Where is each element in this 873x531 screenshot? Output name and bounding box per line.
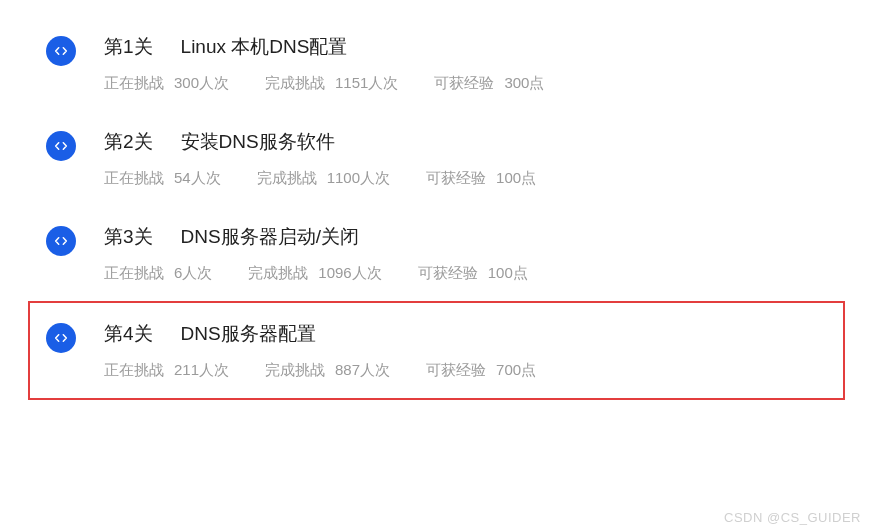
stat-in-progress: 正在挑战6人次 [104, 264, 212, 283]
stat-value: 100点 [488, 264, 528, 283]
stat-completed: 完成挑战887人次 [265, 361, 390, 380]
challenge-title: Linux 本机DNS配置 [181, 34, 348, 60]
stats-row: 正在挑战300人次完成挑战1151人次可获经验300点 [104, 74, 833, 93]
challenge-content: 第1关Linux 本机DNS配置正在挑战300人次完成挑战1151人次可获经验3… [104, 34, 833, 93]
stat-value: 300点 [504, 74, 544, 93]
stat-value: 211人次 [174, 361, 229, 380]
stat-value: 1151人次 [335, 74, 398, 93]
stat-value: 887人次 [335, 361, 390, 380]
stat-in-progress: 正在挑战300人次 [104, 74, 229, 93]
stat-label: 正在挑战 [104, 361, 164, 380]
stat-completed: 完成挑战1151人次 [265, 74, 398, 93]
stat-experience: 可获经验700点 [426, 361, 536, 380]
challenge-content: 第4关DNS服务器配置正在挑战211人次完成挑战887人次可获经验700点 [104, 321, 831, 380]
stat-completed: 完成挑战1096人次 [248, 264, 381, 283]
level-label: 第4关 [104, 321, 153, 347]
title-row: 第1关Linux 本机DNS配置 [104, 34, 833, 60]
stat-in-progress: 正在挑战54人次 [104, 169, 221, 188]
code-icon [46, 36, 76, 66]
stat-experience: 可获经验100点 [418, 264, 528, 283]
stat-label: 可获经验 [418, 264, 478, 283]
stat-label: 可获经验 [426, 361, 486, 380]
stat-label: 正在挑战 [104, 74, 164, 93]
stat-label: 正在挑战 [104, 264, 164, 283]
stat-value: 1100人次 [327, 169, 390, 188]
level-label: 第2关 [104, 129, 153, 155]
challenge-item[interactable]: 第2关安装DNS服务软件正在挑战54人次完成挑战1100人次可获经验100点 [0, 111, 873, 206]
watermark: CSDN @CS_GUIDER [724, 510, 861, 525]
stat-label: 完成挑战 [265, 361, 325, 380]
stat-value: 300人次 [174, 74, 229, 93]
challenge-title: DNS服务器配置 [181, 321, 316, 347]
stat-label: 完成挑战 [248, 264, 308, 283]
stats-row: 正在挑战54人次完成挑战1100人次可获经验100点 [104, 169, 833, 188]
code-icon [46, 131, 76, 161]
stat-in-progress: 正在挑战211人次 [104, 361, 229, 380]
title-row: 第3关DNS服务器启动/关闭 [104, 224, 833, 250]
challenge-item[interactable]: 第3关DNS服务器启动/关闭正在挑战6人次完成挑战1096人次可获经验100点 [0, 206, 873, 301]
stat-value: 100点 [496, 169, 536, 188]
stat-experience: 可获经验300点 [434, 74, 544, 93]
challenge-content: 第3关DNS服务器启动/关闭正在挑战6人次完成挑战1096人次可获经验100点 [104, 224, 833, 283]
code-icon [46, 323, 76, 353]
stat-label: 可获经验 [426, 169, 486, 188]
stats-row: 正在挑战211人次完成挑战887人次可获经验700点 [104, 361, 831, 380]
stat-experience: 可获经验100点 [426, 169, 536, 188]
challenge-item[interactable]: 第1关Linux 本机DNS配置正在挑战300人次完成挑战1151人次可获经验3… [0, 16, 873, 111]
stat-value: 6人次 [174, 264, 212, 283]
level-label: 第1关 [104, 34, 153, 60]
stat-label: 完成挑战 [257, 169, 317, 188]
stat-completed: 完成挑战1100人次 [257, 169, 390, 188]
level-label: 第3关 [104, 224, 153, 250]
stat-label: 正在挑战 [104, 169, 164, 188]
title-row: 第2关安装DNS服务软件 [104, 129, 833, 155]
challenge-list: 第1关Linux 本机DNS配置正在挑战300人次完成挑战1151人次可获经验3… [0, 0, 873, 400]
challenge-title: DNS服务器启动/关闭 [181, 224, 359, 250]
title-row: 第4关DNS服务器配置 [104, 321, 831, 347]
stat-value: 54人次 [174, 169, 221, 188]
stats-row: 正在挑战6人次完成挑战1096人次可获经验100点 [104, 264, 833, 283]
challenge-item[interactable]: 第4关DNS服务器配置正在挑战211人次完成挑战887人次可获经验700点 [28, 301, 845, 400]
stat-label: 完成挑战 [265, 74, 325, 93]
stat-value: 1096人次 [318, 264, 381, 283]
stat-label: 可获经验 [434, 74, 494, 93]
challenge-content: 第2关安装DNS服务软件正在挑战54人次完成挑战1100人次可获经验100点 [104, 129, 833, 188]
stat-value: 700点 [496, 361, 536, 380]
code-icon [46, 226, 76, 256]
challenge-title: 安装DNS服务软件 [181, 129, 335, 155]
